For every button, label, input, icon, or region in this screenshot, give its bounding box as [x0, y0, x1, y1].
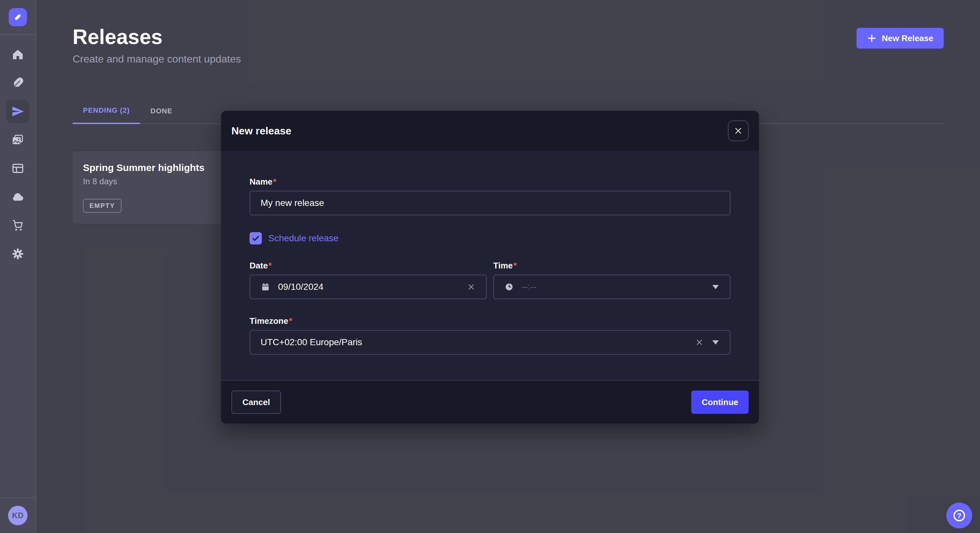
date-field-group: Date*	[250, 261, 487, 299]
name-label-text: Name	[250, 177, 272, 187]
time-label-text: Time	[493, 261, 513, 270]
calendar-icon	[261, 282, 270, 292]
continue-button[interactable]: Continue	[691, 390, 749, 414]
modal-header: New release	[221, 111, 759, 151]
required-asterisk: *	[268, 261, 272, 270]
schedule-release-label: Schedule release	[268, 233, 338, 244]
clear-timezone-icon[interactable]	[695, 338, 704, 347]
required-asterisk: *	[273, 177, 277, 187]
timezone-field-group: Timezone*	[250, 316, 730, 355]
cancel-button[interactable]: Cancel	[231, 390, 281, 414]
name-field-label: Name*	[250, 177, 730, 187]
time-field-label: Time*	[493, 261, 730, 271]
date-input[interactable]	[278, 282, 459, 292]
name-input-box	[250, 191, 730, 215]
date-input-box	[250, 274, 487, 299]
modal-close-button[interactable]	[728, 121, 749, 141]
timezone-label-text: Timezone	[250, 316, 288, 326]
time-caret-down-icon[interactable]	[712, 284, 719, 290]
clock-icon	[504, 282, 514, 292]
required-asterisk: *	[289, 316, 292, 326]
clear-date-icon[interactable]	[467, 282, 476, 292]
timezone-field-label: Timezone*	[250, 316, 730, 326]
time-input-box	[493, 274, 730, 299]
schedule-release-row[interactable]: Schedule release	[250, 232, 730, 244]
modal-title: New release	[231, 125, 291, 137]
timezone-input[interactable]	[261, 337, 687, 347]
name-input[interactable]	[261, 198, 719, 208]
date-label-text: Date	[250, 261, 268, 270]
new-release-modal: New release Name*	[221, 111, 759, 424]
name-field-group: Name*	[250, 177, 730, 215]
modal-footer: Cancel Continue	[221, 380, 759, 424]
time-field-group: Time*	[493, 261, 730, 299]
schedule-release-checkbox[interactable]	[250, 232, 262, 244]
close-icon	[734, 126, 743, 135]
date-time-row: Date* Time*	[250, 261, 730, 299]
modal-body: Name* Schedule release Date*	[221, 151, 759, 380]
timezone-caret-down-icon[interactable]	[712, 339, 719, 346]
app-window: KD Releases Create and manage content up…	[0, 0, 980, 533]
date-field-label: Date*	[250, 261, 487, 271]
checkmark-icon	[251, 234, 260, 243]
timezone-input-box	[250, 330, 730, 355]
required-asterisk: *	[513, 261, 517, 270]
time-input[interactable]	[522, 282, 704, 292]
